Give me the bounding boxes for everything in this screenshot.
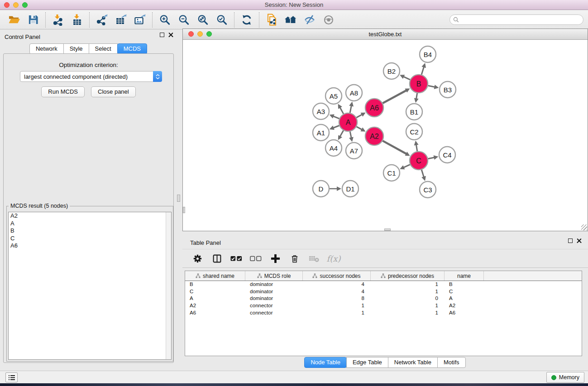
- table-cell[interactable]: A2: [445, 302, 484, 310]
- resize-grip-icon[interactable]: [581, 224, 587, 230]
- save-session-button[interactable]: [24, 12, 43, 28]
- import-table-button[interactable]: [67, 12, 86, 28]
- table-cell[interactable]: A2: [185, 302, 245, 310]
- create-column-button[interactable]: [268, 251, 283, 266]
- tab-network-table[interactable]: Network Table: [388, 357, 438, 368]
- graph-edge[interactable]: [350, 132, 351, 138]
- graph-edge[interactable]: [428, 157, 435, 159]
- export-network-button[interactable]: [92, 12, 111, 28]
- list-item[interactable]: A: [9, 220, 171, 228]
- network-canvas[interactable]: B4B2BB3A5A8A6B1A3AC2A1A2A4A7C4CC1C3DD1: [183, 40, 588, 231]
- export-image-button[interactable]: [130, 12, 149, 28]
- zoom-in-button[interactable]: [155, 12, 174, 28]
- table-row[interactable]: A2connector11A2: [185, 302, 582, 310]
- graph-edge[interactable]: [382, 90, 406, 103]
- table-row[interactable]: Cdominator41C: [185, 288, 582, 295]
- list-item[interactable]: A2: [9, 212, 171, 220]
- apply-layout-button[interactable]: [237, 12, 256, 28]
- table-cell[interactable]: A6: [445, 310, 484, 317]
- zoom-fit-button[interactable]: [193, 12, 212, 28]
- tab-node-table[interactable]: Node Table: [304, 357, 347, 368]
- zoom-window-button[interactable]: [22, 2, 28, 8]
- graph-edge[interactable]: [428, 86, 435, 87]
- table-row[interactable]: Adominator80A: [185, 295, 582, 302]
- column-header[interactable]: predecessor nodes: [371, 271, 445, 281]
- table-cell[interactable]: C: [185, 288, 245, 295]
- tab-network[interactable]: Network: [29, 43, 64, 54]
- column-header[interactable]: shared name: [185, 271, 245, 281]
- zoom-selected-button[interactable]: [212, 12, 231, 28]
- function-builder-button[interactable]: f(x): [326, 251, 341, 266]
- graph-edge[interactable]: [356, 114, 362, 117]
- table-cell[interactable]: 4: [303, 288, 371, 295]
- duplicate-network-button[interactable]: [262, 12, 281, 28]
- show-columns-button[interactable]: [209, 251, 225, 266]
- float-table-panel-icon[interactable]: [568, 238, 573, 243]
- task-history-button[interactable]: [5, 372, 18, 382]
- select-all-button[interactable]: [229, 251, 244, 266]
- table-cell[interactable]: dominator: [245, 288, 303, 295]
- open-file-button[interactable]: [5, 12, 24, 28]
- table-cell[interactable]: connector: [245, 302, 303, 310]
- close-window-button[interactable]: [4, 2, 10, 8]
- table-cell[interactable]: 1: [371, 310, 445, 317]
- graph-edge[interactable]: [382, 141, 406, 154]
- network-zoom-button[interactable]: [206, 31, 212, 37]
- table-cell[interactable]: A6: [185, 310, 245, 317]
- float-panel-icon[interactable]: [160, 33, 164, 37]
- graph-edge[interactable]: [333, 116, 339, 119]
- graph-edge[interactable]: [350, 105, 351, 113]
- table-cell[interactable]: dominator: [245, 295, 303, 302]
- list-item[interactable]: C: [9, 235, 171, 243]
- tab-select[interactable]: Select: [89, 43, 118, 54]
- list-item[interactable]: B: [9, 227, 171, 235]
- graph-edge[interactable]: [416, 144, 417, 152]
- table-cell[interactable]: 1: [371, 281, 445, 288]
- network-close-button[interactable]: [188, 31, 194, 37]
- graph-edge[interactable]: [340, 130, 344, 137]
- delete-columns-button[interactable]: [287, 251, 302, 266]
- table-cell[interactable]: 8: [303, 295, 371, 302]
- run-mcds-button[interactable]: Run MCDS: [41, 86, 85, 97]
- criterion-dropdown[interactable]: largest connected component (directed): [20, 71, 162, 82]
- table-cell[interactable]: 1: [303, 302, 371, 310]
- table-row[interactable]: Bdominator41B: [185, 281, 582, 288]
- splitter-handle[interactable]: [177, 195, 180, 202]
- table-cell[interactable]: B: [445, 281, 484, 288]
- table-cell[interactable]: A: [185, 295, 245, 302]
- graph-edge[interactable]: [340, 107, 344, 114]
- graph-edge[interactable]: [403, 76, 410, 80]
- table-cell[interactable]: B: [185, 281, 245, 288]
- minimize-window-button[interactable]: [13, 2, 19, 8]
- table-cell[interactable]: 4: [303, 281, 371, 288]
- hide-panels-button[interactable]: [300, 12, 319, 28]
- scroll-handle-bottom[interactable]: [384, 229, 391, 231]
- network-minimize-button[interactable]: [197, 31, 203, 37]
- tab-style[interactable]: Style: [63, 43, 89, 54]
- open-browser-button[interactable]: [281, 12, 300, 28]
- table-cell[interactable]: 0: [371, 295, 445, 302]
- close-table-panel-icon[interactable]: [577, 238, 582, 243]
- zoom-out-button[interactable]: [174, 12, 193, 28]
- table-row[interactable]: A6connector11A6: [185, 310, 582, 317]
- table-cell[interactable]: 1: [303, 310, 371, 317]
- scroll-handle-left[interactable]: [183, 207, 185, 213]
- memory-button[interactable]: Memory: [546, 372, 584, 383]
- graph-edge[interactable]: [416, 93, 417, 100]
- list-scrollbar[interactable]: [166, 212, 171, 359]
- graph-edge[interactable]: [421, 67, 424, 75]
- table-cell[interactable]: connector: [245, 310, 303, 317]
- graph-edge[interactable]: [421, 170, 424, 177]
- export-table-button[interactable]: [111, 12, 130, 28]
- column-header[interactable]: MCDS role: [245, 271, 303, 281]
- deselect-all-button[interactable]: [248, 251, 263, 266]
- table-settings-button[interactable]: [190, 251, 205, 266]
- list-item[interactable]: A6: [9, 242, 171, 250]
- delete-table-button[interactable]: [306, 251, 322, 266]
- close-panel-button[interactable]: Close panel: [91, 86, 136, 97]
- table-cell[interactable]: dominator: [245, 281, 303, 288]
- column-header[interactable]: successor nodes: [303, 271, 371, 281]
- import-network-button[interactable]: [48, 12, 67, 28]
- show-panels-button[interactable]: [319, 12, 338, 28]
- graph-edge[interactable]: [403, 165, 410, 168]
